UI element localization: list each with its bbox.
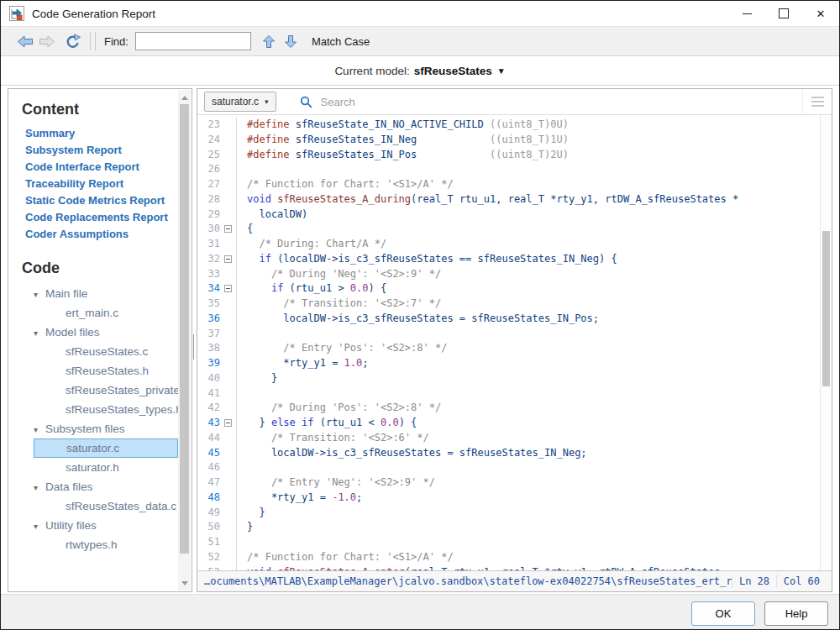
line-number-40: 40 — [197, 371, 223, 386]
forward-button[interactable] — [36, 31, 58, 51]
code-line-32: 32 if (localDW->is_c3_sfReuseStates == s… — [197, 252, 832, 267]
close-button[interactable]: ✕ — [802, 1, 839, 26]
code-text: void sfReuseStates_A_during(real_T rtu_u… — [237, 192, 738, 207]
fold-column — [223, 237, 237, 252]
line-number-45[interactable]: 45 — [197, 446, 223, 461]
find-previous-button[interactable] — [258, 31, 280, 51]
fold-column — [223, 281, 237, 297]
content-link-code-replacements-report[interactable]: Code Replacements Report — [25, 209, 175, 226]
refresh-button[interactable] — [61, 31, 83, 51]
minimize-button[interactable] — [728, 1, 765, 26]
help-button[interactable]: Help — [764, 601, 828, 626]
line-number-39[interactable]: 39 — [197, 356, 223, 371]
current-model-name[interactable]: sfReuseStates — [414, 65, 492, 77]
refresh-icon — [65, 34, 81, 49]
match-case-toggle[interactable]: Match Case — [312, 35, 370, 48]
find-next-button[interactable] — [280, 31, 302, 51]
collapse-toggle-icon[interactable] — [224, 419, 232, 427]
line-number-25: 25 — [197, 148, 223, 163]
forward-arrow-icon — [39, 34, 55, 49]
code-text: #define sfReuseStates_IN_Pos ((uint8_T)2… — [237, 148, 569, 163]
tree-group-main-file[interactable]: ▾Main file — [34, 284, 175, 303]
line-number-43[interactable]: 43 — [197, 416, 223, 431]
tree-group-model-files[interactable]: ▾Model files — [34, 323, 175, 342]
content-link-summary[interactable]: Summary — [25, 125, 175, 142]
line-number-35: 35 — [197, 297, 223, 312]
tree-file-rtwtypes-h[interactable]: rtwtypes.h — [34, 535, 178, 554]
tree-file-sfreusestates-data-c[interactable]: sfReuseStates_data.c — [34, 496, 178, 516]
line-number-37: 37 — [197, 327, 223, 342]
fold-column — [223, 356, 237, 371]
line-number-52: 52 — [197, 550, 223, 565]
caret-down-icon: ▾ — [34, 517, 45, 536]
fold-column — [223, 312, 237, 327]
code-line-36: 36 localDW->is_c3_sfReuseStates = sfReus… — [197, 312, 832, 327]
code-scrollbar-thumb[interactable] — [822, 231, 830, 386]
line-number-32: 32 — [197, 252, 223, 267]
current-model-bar: Current model: sfReuseStates ▼ — [1, 56, 839, 86]
tree-file-sfreusestates-c[interactable]: sfReuseStates.c — [34, 342, 178, 361]
caret-down-icon: ▾ — [34, 323, 45, 343]
content-links: SummarySubsystem ReportCode Interface Re… — [22, 125, 175, 243]
line-number-47: 47 — [197, 475, 223, 491]
line-number-36[interactable]: 36 — [197, 312, 223, 327]
tree-item-label: Main file — [45, 287, 87, 300]
code-heading: Code — [22, 260, 175, 277]
content-link-static-code-metrics-report[interactable]: Static Code Metrics Report — [25, 192, 175, 209]
find-input[interactable] — [135, 32, 251, 50]
tree-file-sfreusestates-h[interactable]: sfReuseStates.h — [34, 361, 178, 381]
content-link-subsystem-report[interactable]: Subsystem Report — [25, 142, 175, 159]
tree-group-subsystem-files[interactable]: ▾Subsystem files — [34, 419, 175, 438]
up-arrow-icon — [262, 34, 276, 49]
search-input[interactable] — [319, 95, 802, 109]
collapse-toggle-icon[interactable] — [224, 225, 232, 233]
code-file-tree: ▾Main fileert_main.c▾Model filessfReuseS… — [22, 284, 175, 554]
code-line-28: 28void sfReuseStates_A_during(real_T rtu… — [197, 192, 832, 207]
code-text: *rty_y1 = 1.0; — [237, 356, 369, 371]
tree-item-label: sfReuseStates.c — [66, 345, 148, 358]
maximize-button[interactable] — [765, 1, 802, 26]
line-number-34[interactable]: 34 — [197, 281, 223, 297]
sidebar-scrollbar[interactable] — [178, 90, 191, 591]
tree-file-saturator-h[interactable]: saturator.h — [34, 458, 178, 477]
tree-file-sfreusestates-types-h[interactable]: sfReuseStates_types.h — [34, 400, 178, 419]
code-text: /* Entry 'Neg': '<S2>:9' */ — [237, 475, 435, 491]
tree-file-sfreusestates-private-h[interactable]: sfReuseStates_private.h — [34, 381, 178, 400]
scroll-up-button[interactable] — [178, 92, 191, 103]
code-line-40: 40 } — [197, 371, 832, 386]
code-scrollbar[interactable] — [820, 115, 832, 570]
ok-button[interactable]: OK — [691, 601, 755, 626]
collapse-toggle-icon[interactable] — [224, 285, 232, 292]
collapse-toggle-icon[interactable] — [224, 255, 232, 263]
fold-column — [223, 401, 237, 416]
code-line-47: 47 /* Entry 'Neg': '<S2>:9' */ — [197, 475, 832, 491]
code-text: void sfReuseStates_A_enter(real_T rtu_u1… — [237, 565, 721, 571]
fold-column — [223, 327, 237, 342]
content-link-coder-assumptions[interactable]: Coder Assumptions — [25, 226, 175, 243]
tree-group-data-files[interactable]: ▾Data files — [34, 477, 175, 496]
fold-column — [223, 416, 237, 431]
panel-splitter-handle[interactable] — [193, 334, 194, 360]
line-number-48[interactable]: 48 — [197, 491, 223, 506]
panel-menu-button[interactable] — [802, 89, 832, 114]
content-link-code-interface-report[interactable]: Code Interface Report — [25, 159, 175, 176]
fold-column — [223, 460, 237, 475]
content-link-traceability-report[interactable]: Traceability Report — [25, 176, 175, 192]
file-selector-dropdown[interactable]: saturator.c ▾ — [204, 92, 276, 112]
tree-item-label: Data files — [45, 480, 92, 493]
code-text: if (rtu_u1 > 0.0) { — [237, 281, 386, 297]
tree-item-label: sfReuseStates_private.h — [66, 384, 189, 396]
tree-file-ert-main-c[interactable]: ert_main.c — [34, 303, 178, 323]
model-dropdown-caret-icon[interactable]: ▼ — [497, 66, 506, 76]
tree-group-utility-files[interactable]: ▾Utility files — [34, 516, 175, 535]
scroll-down-button[interactable] — [178, 577, 191, 589]
fold-column — [223, 491, 237, 506]
code-line-41: 41 — [197, 386, 832, 402]
sidebar-scrollbar-thumb[interactable] — [180, 104, 189, 554]
code-line-34: 34 if (rtu_u1 > 0.0) { — [197, 281, 832, 297]
fold-column — [223, 475, 237, 491]
code-editor-area[interactable]: 23#define sfReuseState_IN_NO_ACTIVE_CHIL… — [197, 115, 832, 570]
back-button[interactable] — [14, 31, 36, 51]
tree-file-saturator-c[interactable]: saturator.c — [34, 438, 178, 458]
line-number-50: 50 — [197, 520, 223, 535]
